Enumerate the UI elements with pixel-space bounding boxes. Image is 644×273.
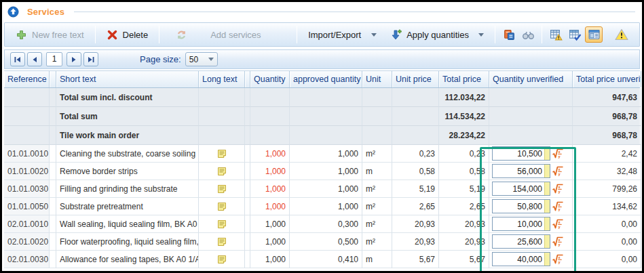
approved-quantity-cell	[290, 126, 362, 145]
table-check-icon[interactable]	[566, 26, 584, 43]
first-page-button[interactable]	[10, 52, 25, 66]
svg-text:x: x	[558, 203, 561, 207]
note-icon[interactable]	[216, 184, 227, 194]
total-price-cell: 114.534,22	[439, 107, 489, 126]
total-price-unverified-cell: 2,42	[573, 145, 641, 163]
svg-text:y: y	[558, 225, 561, 229]
previous-page-button[interactable]	[27, 52, 42, 66]
short-text-cell: Filling and grinding the substrate	[56, 180, 199, 198]
column-header-unit-price[interactable]: Unit price	[392, 71, 439, 87]
service-row[interactable]: 02.01.0030Allowance for sealing tapes, B…	[4, 251, 640, 268]
note-icon[interactable]	[216, 201, 227, 212]
formula-icon[interactable]: xy	[552, 253, 564, 266]
page-size-value: 50	[189, 55, 198, 64]
reference-cell: 01.01.0020	[4, 163, 50, 180]
binoculars-icon[interactable]	[519, 26, 537, 43]
summary-row[interactable]: Total sum incl. discount112.034,22947,63	[4, 88, 640, 107]
short-text-cell: Floor waterproofing, liquid sealing film…	[56, 233, 199, 251]
apply-quantities-button[interactable]: Apply quantities	[383, 26, 491, 43]
column-header-quantity-unverified[interactable]: Quantity unverified	[489, 71, 573, 87]
formula-icon[interactable]: xy	[552, 183, 564, 195]
service-row[interactable]: 02.01.0010Wall sealing, liquid sealing f…	[4, 215, 640, 233]
short-text-cell: Substrate pretreatment	[56, 198, 199, 215]
unit-price-cell: 20,93	[392, 215, 439, 233]
note-icon[interactable]	[216, 148, 227, 159]
service-row[interactable]: 02.01.0020Floor waterproofing, liquid se…	[4, 233, 640, 251]
total-price-unverified-cell: 947,63	[573, 88, 641, 107]
formula-icon[interactable]: xy	[552, 236, 564, 248]
service-row[interactable]: 01.01.0030Filling and grinding the subst…	[4, 180, 640, 198]
summary-row[interactable]: Total sum114.534,22968,78	[4, 107, 640, 126]
apply-quantities-label: Apply quantities	[406, 30, 469, 40]
note-icon[interactable]	[216, 254, 227, 265]
column-header-quantity[interactable]: Quantity	[250, 71, 290, 87]
long-text-cell	[199, 145, 245, 163]
column-header-total-price-unverified[interactable]: Total price unverified	[573, 71, 641, 87]
spacer-cell	[245, 88, 250, 107]
spacer-cell	[245, 126, 250, 145]
quantity-unverified-input[interactable]	[493, 165, 544, 177]
approved-quantity-cell	[290, 88, 362, 107]
service-row[interactable]: 01.01.0020Remove border strips1,0001,000…	[4, 163, 640, 180]
formula-icon[interactable]: xy	[552, 165, 564, 177]
add-services-button[interactable]: Add services	[164, 26, 292, 43]
current-page-input[interactable]: 1	[46, 52, 62, 66]
spacer-cell	[245, 215, 250, 233]
plus-icon	[16, 29, 27, 41]
summary-reference-cell	[4, 126, 50, 145]
toolbar-separator	[542, 26, 542, 43]
spacer-cell	[245, 145, 250, 163]
unit-cell	[362, 107, 392, 126]
quantity-unverified-input[interactable]	[493, 200, 544, 213]
warning-triangle-icon[interactable]	[615, 28, 628, 41]
summary-label-cell: Total sum incl. discount	[56, 88, 199, 107]
quantity-unverified-editor	[492, 252, 550, 266]
quantity-unverified-input[interactable]	[493, 182, 544, 195]
next-page-button[interactable]	[67, 52, 81, 66]
long-text-cell	[199, 180, 245, 198]
toolbar-separator	[159, 26, 159, 43]
quantity-unverified-input[interactable]	[493, 253, 544, 266]
up-circle-icon[interactable]	[7, 6, 19, 18]
service-row[interactable]: 01.01.0050Substrate pretreatment1,0001,0…	[4, 198, 640, 215]
summary-row[interactable]: Tile work main order28.234,22968,78	[4, 126, 640, 145]
table-warning-icon[interactable]	[547, 26, 565, 43]
svg-text:y: y	[558, 190, 561, 194]
formula-icon[interactable]: xy	[552, 218, 564, 230]
spacer-cell	[50, 233, 56, 251]
unit-cell	[362, 88, 392, 107]
short-text-cell: Allowance for sealing tapes, BK A0 1/A0	[56, 251, 199, 268]
page-size-select[interactable]: 50	[185, 52, 218, 66]
last-page-button[interactable]	[83, 52, 98, 66]
quantity-unverified-cell: xy	[489, 215, 573, 233]
formula-icon[interactable]: xy	[552, 201, 564, 213]
new-free-text-button[interactable]: New free text	[9, 26, 91, 43]
total-price-cell: 20,93	[439, 233, 489, 251]
spacer-cell	[50, 88, 56, 107]
service-row[interactable]: 01.01.0010Cleaning the substrate, coarse…	[4, 145, 640, 163]
quantity-unverified-input[interactable]	[493, 217, 544, 230]
note-icon[interactable]	[216, 236, 227, 247]
column-header-unit[interactable]: Unit	[362, 71, 392, 87]
long-text-cell	[199, 198, 245, 215]
layout-panels-icon[interactable]	[585, 26, 603, 43]
quantity-unverified-input[interactable]	[493, 147, 544, 160]
reference-cell: 02.01.0010	[4, 215, 50, 233]
total-price-cell: 2,65	[439, 198, 489, 215]
unit-cell: m²	[362, 198, 392, 215]
column-header-long-text[interactable]: Long text	[199, 71, 245, 87]
column-header-short-text[interactable]: Short text	[56, 71, 199, 87]
delete-button[interactable]: Delete	[100, 26, 155, 43]
column-header-approved-quantity[interactable]: approved quantity	[290, 71, 362, 87]
note-icon[interactable]	[216, 166, 227, 177]
formula-icon[interactable]: xy	[552, 148, 564, 160]
import-export-button[interactable]: Import/Export	[301, 27, 383, 43]
toolbar-separator	[95, 26, 96, 43]
long-text-cell	[199, 251, 245, 268]
quantity-unverified-input[interactable]	[493, 235, 544, 248]
long-text-cell	[199, 88, 245, 107]
column-header-reference[interactable]: Reference	[4, 71, 50, 87]
column-header-total-price[interactable]: Total price	[439, 71, 489, 87]
copy-document-icon[interactable]	[500, 26, 518, 43]
note-icon[interactable]	[216, 219, 227, 230]
